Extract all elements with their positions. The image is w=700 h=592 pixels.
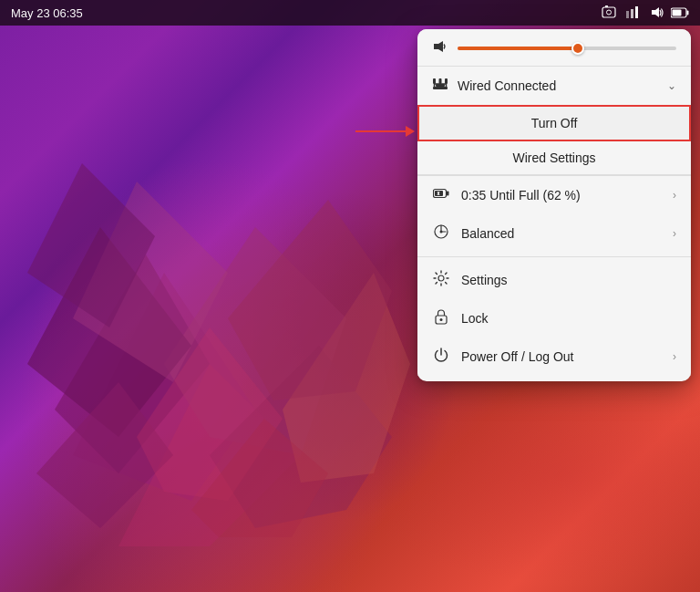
svg-rect-16 (626, 11, 629, 18)
power-off-menu-item[interactable]: Power Off / Log Out › (417, 338, 691, 376)
svg-rect-24 (433, 87, 448, 89)
svg-point-42 (440, 318, 443, 321)
power-icon (432, 347, 450, 367)
volume-row[interactable] (417, 29, 691, 66)
lock-menu-item[interactable]: Lock (417, 299, 691, 338)
turn-off-label: Turn Off (531, 116, 578, 130)
power-off-chevron-icon: › (673, 350, 676, 363)
arrow-indicator (355, 126, 415, 137)
svg-rect-28 (439, 78, 442, 84)
wired-header[interactable]: Wired Connected ⌄ (417, 67, 691, 105)
settings-menu-item[interactable]: Settings (417, 261, 691, 299)
volume-slider[interactable] (458, 47, 676, 50)
balanced-icon (432, 223, 450, 244)
topbar-right (600, 4, 689, 22)
volume-row-icon (432, 38, 448, 58)
balanced-label: Balanced (461, 226, 662, 241)
wired-chevron-icon: ⌄ (667, 79, 676, 92)
svg-rect-27 (445, 78, 448, 84)
svg-marker-23 (434, 41, 443, 52)
svg-point-14 (607, 10, 612, 15)
svg-rect-26 (433, 78, 436, 84)
topbar-left: May 23 06:35 (11, 6, 83, 20)
arrow-line (355, 130, 406, 132)
datetime-label: May 23 06:35 (11, 6, 83, 20)
battery-chevron-icon: › (673, 189, 676, 202)
screenshot-icon[interactable] (600, 4, 618, 22)
settings-gear-icon (432, 270, 450, 290)
svg-rect-18 (635, 6, 638, 18)
svg-rect-13 (602, 7, 615, 17)
svg-rect-17 (631, 9, 633, 18)
svg-point-40 (438, 275, 444, 281)
wired-settings-item[interactable]: Wired Settings (417, 141, 691, 175)
battery-topbar-icon[interactable] (671, 4, 689, 22)
section-divider (417, 256, 691, 257)
topbar: May 23 06:35 (0, 0, 700, 26)
svg-rect-22 (673, 10, 682, 16)
power-mode-menu-item[interactable]: Balanced › (417, 214, 691, 253)
battery-label: 0:35 Until Full (62 %) (461, 188, 662, 203)
svg-point-39 (440, 231, 443, 234)
system-menu-panel: Wired Connected ⌄ Turn Off Wired Setting… (417, 29, 691, 381)
network-icon[interactable] (623, 4, 642, 22)
balanced-chevron-icon: › (673, 227, 676, 240)
arrow-head (406, 126, 415, 137)
lock-icon (432, 308, 450, 328)
wired-settings-label: Wired Settings (512, 151, 595, 165)
wired-connected-label: Wired Connected (458, 78, 658, 93)
desktop-art (27, 90, 438, 546)
volume-topbar-icon[interactable] (647, 4, 665, 22)
svg-rect-21 (687, 11, 689, 16)
power-off-label: Power Off / Log Out (461, 349, 662, 364)
volume-fill (458, 47, 578, 50)
svg-marker-19 (652, 7, 659, 17)
turn-off-item[interactable]: Turn Off (417, 105, 691, 141)
wired-network-icon (432, 76, 448, 96)
svg-rect-15 (605, 5, 608, 7)
svg-rect-34 (447, 192, 449, 196)
battery-menu-icon (432, 185, 450, 205)
battery-menu-item[interactable]: 0:35 Until Full (62 %) › (417, 176, 691, 214)
volume-thumb[interactable] (571, 42, 584, 55)
settings-label: Settings (461, 273, 676, 287)
lock-label: Lock (461, 311, 676, 326)
